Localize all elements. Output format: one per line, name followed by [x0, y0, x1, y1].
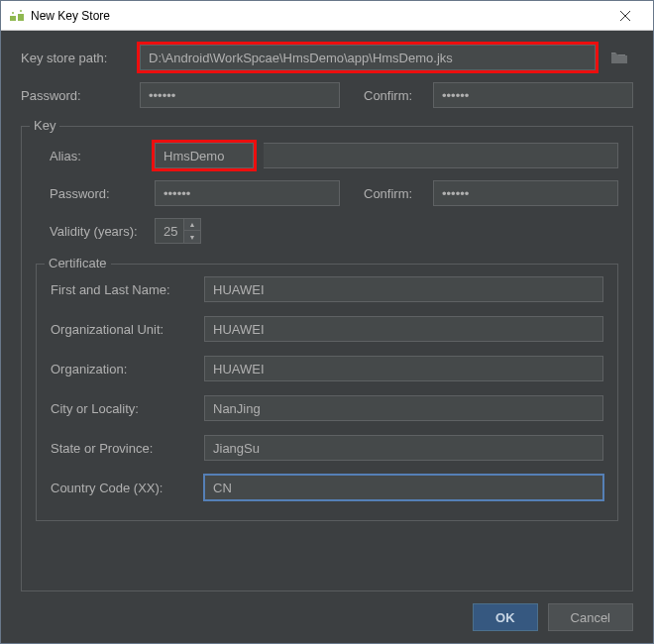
org-unit-row: Organizational Unit: [51, 316, 603, 342]
svg-rect-0 [10, 16, 16, 21]
org-unit-input[interactable] [204, 316, 603, 342]
keystore-password-label: Password: [21, 88, 130, 103]
city-row: City or Locality: [51, 395, 603, 421]
keystore-confirm-input[interactable] [433, 82, 633, 108]
spinner-down-icon[interactable]: ▼ [184, 231, 200, 243]
alias-input-ext[interactable] [264, 143, 618, 168]
validity-input[interactable] [155, 218, 184, 244]
key-password-input[interactable] [155, 180, 340, 206]
key-legend: Key [30, 118, 59, 133]
dialog-window: New Key Store Key store path: Password: … [0, 0, 654, 644]
app-icon [9, 8, 25, 24]
svg-point-3 [20, 10, 22, 12]
org-input[interactable] [204, 356, 603, 381]
keystore-confirm-label: Confirm: [364, 88, 423, 103]
svg-point-2 [12, 12, 14, 14]
key-password-row: Password: Confirm: [36, 180, 618, 206]
key-confirm-label: Confirm: [364, 186, 423, 201]
certificate-legend: Certificate [45, 256, 111, 270]
key-password-label: Password: [36, 186, 145, 201]
org-row: Organization: [51, 356, 603, 381]
city-label: City or Locality: [51, 401, 194, 416]
validity-label: Validity (years): [36, 224, 145, 239]
alias-highlight [155, 143, 254, 168]
validity-spinner: ▲ ▼ [155, 218, 201, 244]
keystore-path-label: Key store path: [21, 51, 130, 65]
close-button[interactable] [605, 2, 645, 30]
state-input[interactable] [204, 435, 603, 461]
browse-button[interactable] [605, 46, 633, 69]
first-last-row: First and Last Name: [51, 276, 603, 302]
country-label: Country Code (XX): [51, 481, 194, 495]
keystore-password-row: Password: Confirm: [21, 82, 633, 108]
spinner-up-icon[interactable]: ▲ [184, 219, 200, 231]
country-row: Country Code (XX): [51, 475, 603, 500]
key-confirm-input[interactable] [433, 180, 618, 206]
state-label: State or Province: [51, 441, 194, 456]
keystore-path-row: Key store path: [21, 45, 633, 70]
dialog-content: Key store path: Password: Confirm: Key A… [1, 31, 653, 643]
svg-rect-1 [18, 14, 24, 21]
spinner-buttons: ▲ ▼ [184, 218, 201, 244]
key-fieldset: Key Alias: Password: Confirm: Validity (… [21, 126, 633, 591]
alias-label: Alias: [36, 149, 145, 163]
validity-row: Validity (years): ▲ ▼ [36, 218, 618, 244]
alias-input[interactable] [155, 143, 254, 168]
titlebar: New Key Store [1, 1, 653, 31]
alias-row: Alias: [36, 143, 618, 168]
state-row: State or Province: [51, 435, 603, 461]
certificate-fieldset: Certificate First and Last Name: Organiz… [36, 264, 618, 521]
country-input[interactable] [204, 475, 603, 500]
ok-button[interactable]: OK [473, 603, 538, 631]
keystore-path-input[interactable] [140, 45, 596, 70]
first-last-input[interactable] [204, 276, 603, 302]
first-last-label: First and Last Name: [51, 282, 194, 297]
city-input[interactable] [204, 395, 603, 421]
org-label: Organization: [51, 362, 194, 376]
cancel-button[interactable]: Cancel [548, 603, 633, 631]
org-unit-label: Organizational Unit: [51, 322, 194, 337]
window-title: New Key Store [31, 9, 605, 23]
dialog-footer: OK Cancel [21, 591, 633, 631]
keystore-password-input[interactable] [140, 82, 340, 108]
